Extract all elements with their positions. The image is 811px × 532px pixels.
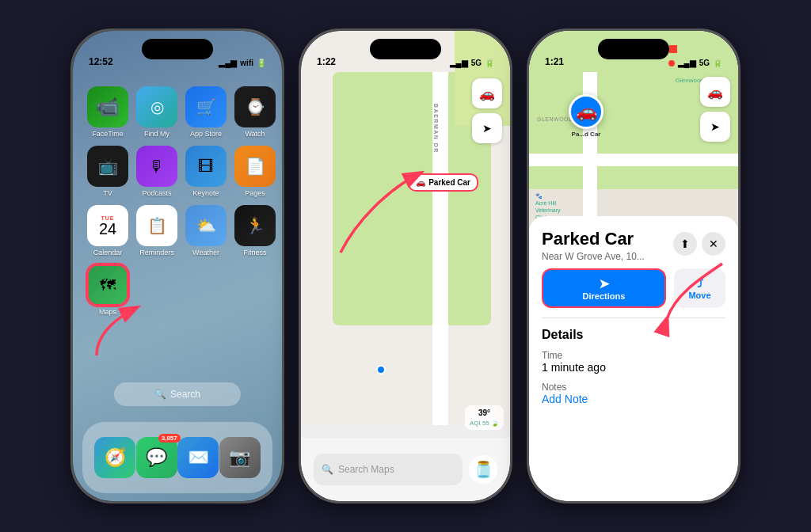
home-screen: 12:52 ▂▄▆ wifi 🔋 📹 FaceTime ◎ Find My xyxy=(73,31,282,501)
action-buttons: ➤ Directions ⤴ Move xyxy=(529,268,738,317)
time-display-3: 1:21 xyxy=(545,56,564,67)
5g-label-3: 5G xyxy=(699,59,710,67)
tv-label: TV xyxy=(103,189,112,197)
dock-safari[interactable]: 🧭 xyxy=(94,437,135,478)
status-icons-3: ▂▄▆ 5G 🔋 xyxy=(668,59,722,67)
phone-3: 1:21 ▂▄▆ 5G 🔋 GLENWOOD DR HIGHLAND DR Gl… xyxy=(527,28,741,504)
detail-car-mode-btn[interactable]: 🚗 xyxy=(700,77,730,107)
app-findmy[interactable]: ◎ Find My xyxy=(136,86,177,138)
time-display-1: 12:52 xyxy=(89,56,113,67)
app-maps[interactable]: 🗺 Maps xyxy=(87,264,128,316)
time-label: Time xyxy=(542,350,725,361)
record-dot xyxy=(668,60,675,66)
user-location-dot xyxy=(376,365,386,374)
weather-icon: ⛅ xyxy=(185,205,227,246)
time-value: 1 minute ago xyxy=(542,361,725,374)
phone-1: 12:52 ▂▄▆ wifi 🔋 📹 FaceTime ◎ Find My xyxy=(70,28,284,504)
app-tv[interactable]: 📺 TV xyxy=(87,146,128,197)
app-appstore[interactable]: 🛒 App Store xyxy=(185,86,227,138)
time-row: Time 1 minute ago xyxy=(542,350,725,374)
parked-car-pin[interactable]: 🚗 Parked Car xyxy=(408,173,478,192)
detail-panel: Parked Car Near W Grove Ave, 10... ⬆ ✕ ➤… xyxy=(529,216,738,501)
podcasts-icon: 🎙 xyxy=(136,146,177,187)
watch-icon: ⌚ xyxy=(234,86,276,127)
status-icons-2: ▂▄▆ 5G 🔋 xyxy=(450,59,494,67)
directions-button[interactable]: ➤ Directions xyxy=(542,268,666,308)
app-calendar[interactable]: TUE 24 Calendar xyxy=(87,205,128,256)
home-search-bar[interactable]: 🔍 Search xyxy=(114,382,241,406)
battery-icon-3: 🔋 xyxy=(713,59,722,67)
dock-messages[interactable]: 💬 3,857 xyxy=(136,437,177,478)
podcasts-label: Podcasts xyxy=(142,189,171,197)
car-mode-btn[interactable]: 🚗 xyxy=(472,78,502,108)
baerman-label: BAERMAN DR xyxy=(433,104,439,154)
time-display-2: 1:22 xyxy=(317,56,336,67)
tv-icon: 📺 xyxy=(87,146,128,187)
weather-label: Weather xyxy=(192,249,219,256)
app-keynote[interactable]: 🎞 Keynote xyxy=(185,146,227,197)
detail-road-1 xyxy=(529,154,738,166)
map-top-controls: 🚗 ➤ xyxy=(472,78,502,143)
map-bottom-bar: 🔍 Search Maps 🫙 xyxy=(301,438,510,501)
signal-icon-3: ▂▄▆ xyxy=(678,59,696,67)
search-label: Search xyxy=(170,389,200,400)
app-pages[interactable]: 📄 Pages xyxy=(234,146,276,197)
search-icon-maps: 🔍 xyxy=(322,464,333,475)
notes-row: Notes Add Note xyxy=(542,382,725,405)
findmy-icon: ◎ xyxy=(136,86,177,127)
details-section-title: Details xyxy=(542,328,725,342)
detail-parked-car-pin: 🚗 Pa...d Car xyxy=(569,94,603,138)
dynamic-island-3 xyxy=(598,39,669,59)
app-fitness[interactable]: 🏃 Fitness xyxy=(234,205,276,256)
detail-subtitle: Near W Grove Ave, 10... xyxy=(542,251,645,262)
vet-name: Acre Hill xyxy=(535,200,561,207)
app-watch[interactable]: ⌚ Watch xyxy=(234,86,276,138)
findmy-label: Find My xyxy=(144,130,169,138)
detail-screen: 1:21 ▂▄▆ 5G 🔋 GLENWOOD DR HIGHLAND DR Gl… xyxy=(529,31,738,501)
location-btn[interactable]: ➤ xyxy=(472,113,502,143)
signal-icon-2: ▂▄▆ xyxy=(450,59,468,67)
add-note-button[interactable]: Add Note xyxy=(542,393,725,405)
detail-top-controls: 🚗 ➤ xyxy=(700,77,730,142)
dock-camera[interactable]: 📷 xyxy=(219,437,261,478)
search-maps-input[interactable]: 🔍 Search Maps xyxy=(314,454,463,485)
battery-icon-2: 🔋 xyxy=(485,59,494,67)
maps-label: Maps xyxy=(99,308,116,316)
battery-icon-1: 🔋 xyxy=(257,59,266,67)
detail-location-btn[interactable]: ➤ xyxy=(700,112,730,142)
detail-header: Parked Car Near W Grove Ave, 10... ⬆ ✕ xyxy=(529,216,738,268)
parked-car-pin-label: Parked Car xyxy=(428,178,470,187)
calendar-label: Calendar xyxy=(93,249,123,256)
dynamic-island xyxy=(142,39,213,59)
aqi-2: AQI 55 🍃 xyxy=(470,419,499,428)
move-button[interactable]: ⤴ Move xyxy=(674,268,725,308)
app-podcasts[interactable]: 🎙 Podcasts xyxy=(136,146,177,197)
fitness-icon: 🏃 xyxy=(234,205,276,246)
notes-label: Notes xyxy=(542,382,725,393)
detail-title-area: Parked Car Near W Grove Ave, 10... xyxy=(542,229,645,262)
app-weather[interactable]: ⛅ Weather xyxy=(185,205,227,256)
close-button[interactable]: ✕ xyxy=(702,232,725,256)
app-reminders[interactable]: 📋 Reminders xyxy=(136,205,177,256)
messages-icon: 💬 3,857 xyxy=(136,437,177,478)
search-maps-placeholder: Search Maps xyxy=(338,464,394,475)
parked-car-detail-label: Pa...d Car xyxy=(572,131,601,138)
directions-label: Directions xyxy=(583,291,626,301)
weather-aqi-badge-2: 39° AQI 55 🍃 xyxy=(465,405,504,430)
map-screen: 1:22 ▂▄▆ 5G 🔋 BAERMAN DR 🚗 Parked Car 🚗 … xyxy=(301,31,510,501)
status-icons-1: ▂▄▆ wifi 🔋 xyxy=(219,59,266,67)
vet-name-2: Veterinary xyxy=(535,207,561,214)
app-facetime[interactable]: 📹 FaceTime xyxy=(87,86,128,138)
directions-icon: ➤ xyxy=(599,276,609,291)
share-button[interactable]: ⬆ xyxy=(673,232,697,256)
maps-icon: 🗺 xyxy=(87,264,128,306)
move-label: Move xyxy=(688,291,710,300)
messages-badge: 3,857 xyxy=(158,434,181,443)
5g-label-2: 5G xyxy=(471,59,482,67)
gingerbread-icon: 🫙 xyxy=(469,455,497,484)
keynote-icon: 🎞 xyxy=(185,146,227,187)
dock-mail[interactable]: ✉️ xyxy=(177,437,219,478)
search-icon-home: 🔍 xyxy=(154,389,166,400)
reminders-icon: 📋 xyxy=(136,205,177,246)
camera-icon: 📷 xyxy=(219,437,261,478)
